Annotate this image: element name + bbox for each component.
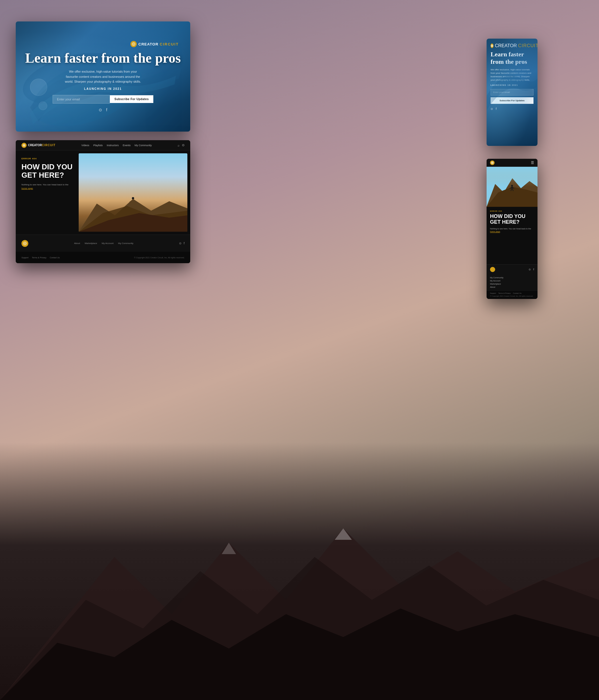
nav-logo-svg	[23, 144, 25, 147]
user-icon[interactable]: ⊙	[182, 143, 184, 147]
home-page-link[interactable]: home page	[22, 187, 33, 190]
nav-link-videos[interactable]: Videos	[81, 144, 89, 147]
mobile-copyright: © Copyright 2021 Creator Circuit, Inc. A…	[490, 295, 534, 297]
svg-line-29	[513, 188, 514, 189]
nav-link-playlists[interactable]: Playlists	[93, 144, 103, 147]
mobile-whale	[486, 39, 538, 146]
mobile-description-text: Nothing to see here. You can head back t…	[490, 228, 531, 230]
left-content-404: ERROR 404 HOW DID YOU GET HERE? Nothing …	[16, 150, 79, 234]
mobile-instagram-icon[interactable]: ⊙	[491, 107, 493, 110]
mobile-privacy-link[interactable]: Terms & Privacy	[498, 292, 510, 294]
footer-bottom: Support Terms & Privacy Contact Us © Cop…	[16, 252, 190, 263]
email-input[interactable]	[53, 95, 110, 104]
right-image-404	[79, 153, 188, 232]
svg-line-28	[510, 188, 511, 189]
mountain-svg	[0, 500, 599, 700]
mobile-description-404: Nothing to see here. You can head back t…	[490, 227, 534, 233]
footer-link-about[interactable]: About	[74, 242, 80, 245]
svg-line-31	[512, 189, 513, 191]
logo-circuit-text: CIRCUIT	[159, 42, 179, 46]
mobile-nav-logo-svg	[491, 161, 494, 164]
footer-instagram-icon[interactable]: ⊙	[179, 242, 181, 245]
svg-rect-27	[511, 186, 513, 189]
desktop-404-page: CREATOR CIRCUIT Videos Playlists Instruc…	[16, 140, 190, 263]
svg-point-26	[511, 185, 513, 186]
mobile-person-silhouette	[509, 184, 515, 193]
mobile-support-link[interactable]: Support	[490, 292, 496, 294]
mountain-scene	[79, 153, 188, 232]
instagram-icon[interactable]: ⊙	[99, 107, 102, 112]
mobile-contact-link[interactable]: Contact Us	[513, 292, 522, 294]
launching-text: LAUNCHING IN 2021	[16, 87, 190, 91]
subscribe-button[interactable]: Subscribe For Updates	[110, 95, 153, 103]
mobile-footer-link-about[interactable]: About	[490, 285, 534, 289]
social-icons: ⊙ f	[16, 107, 190, 112]
page-404-content: ERROR 404 HOW DID YOU GET HERE? Nothing …	[16, 150, 190, 234]
footer-link-community[interactable]: My Community	[118, 242, 133, 245]
footer-support-link[interactable]: Support	[22, 257, 29, 258]
footer-brand	[22, 240, 28, 247]
terrain-svg	[79, 185, 188, 232]
mobile-landing-page: CREATOR CIRCUIT Learn faster from the pr…	[486, 39, 538, 146]
nav-logo-circuit-text: CIRCUIT	[42, 144, 56, 147]
footer-social: ⊙ f	[179, 242, 184, 245]
hamburger-icon[interactable]: ☰	[531, 161, 534, 165]
desktop-landing-page: CREATOR CIRCUIT Learn faster from the pr…	[16, 22, 190, 132]
footer-main: About Marketplace My Account My Communit…	[16, 234, 190, 252]
mobile-footer-link-account[interactable]: My Account	[490, 279, 534, 282]
mobile-facebook-icon[interactable]: f	[496, 107, 497, 110]
mobile-404-image	[486, 167, 538, 207]
headline-404: HOW DID YOU GET HERE?	[22, 163, 73, 179]
brand-logo-desktop: CREATOR CIRCUIT	[16, 41, 190, 47]
logo-svg	[131, 42, 135, 46]
footer-logo-svg	[23, 242, 27, 246]
nav-icons: ⌕ ⊙	[178, 143, 184, 147]
nav-logo-icon	[22, 143, 27, 148]
landing-content: CREATOR CIRCUIT Learn faster from the pr…	[16, 41, 190, 112]
footer-link-account[interactable]: My Account	[102, 242, 114, 245]
nav-bar: CREATOR CIRCUIT Videos Playlists Instruc…	[16, 140, 190, 150]
footer-main-links: About Marketplace My Account My Communit…	[74, 242, 133, 245]
mobile-footer-facebook-icon[interactable]: f	[533, 268, 534, 271]
footer-link-marketplace[interactable]: Marketplace	[85, 242, 97, 245]
nav-link-events[interactable]: Events	[123, 144, 131, 147]
mobile-footer-link-community[interactable]: My Community	[490, 276, 534, 279]
mobile-footer-link-marketplace[interactable]: Marketplace	[490, 282, 534, 285]
copyright-text: © Copyright 2021 Creator Circuit, Inc. A…	[134, 257, 184, 258]
footer-privacy-link[interactable]: Terms & Privacy	[32, 257, 47, 258]
footer-bottom-links: Support Terms & Privacy Contact Us	[22, 257, 60, 258]
nav-links: Videos Playlists Instructors Events My C…	[81, 144, 152, 147]
mobile-404-page: ☰ ERROR 404 HOW	[486, 159, 538, 299]
mobile-landing-background: CREATOR CIRCUIT Learn faster from the pr…	[486, 39, 538, 146]
mobile-footer-bottom: Support Terms & Privacy Contact Us © Cop…	[486, 290, 538, 299]
nav-link-community[interactable]: My Community	[134, 144, 152, 147]
mobile-footer-instagram-icon[interactable]: ⊙	[529, 268, 531, 271]
mobile-footer-social: ⊙ f	[529, 268, 534, 271]
footer-logo-icon	[22, 240, 28, 247]
footer-facebook-icon[interactable]: f	[184, 242, 184, 245]
mobile-footer-bottom-links: Support Terms & Privacy Contact Us	[490, 292, 534, 294]
landing-background: CREATOR CIRCUIT Learn faster from the pr…	[16, 22, 190, 132]
mobile-404-text: ERROR 404 HOW DID YOU GET HERE? Nothing …	[486, 207, 538, 264]
logo-icon	[130, 41, 137, 47]
landing-subtext: We offer exclusive, high-value tutorials…	[63, 69, 143, 84]
mobile-footer-links: My Community My Account Marketplace Abou…	[486, 274, 538, 290]
description-text: Nothing to see here. You can head back t…	[22, 183, 68, 186]
nav-logo-creator-text: CREATOR	[28, 144, 42, 147]
svg-line-30	[511, 189, 512, 191]
mobile-footer-brand: ⊙ f	[486, 264, 538, 274]
nav-brand: CREATOR CIRCUIT	[22, 143, 55, 148]
svg-marker-3	[335, 528, 352, 540]
mobile-headline-404: HOW DID YOU GET HERE?	[490, 214, 534, 225]
mobile-home-link[interactable]: home page	[490, 230, 500, 232]
facebook-icon[interactable]: f	[106, 107, 107, 112]
mobile-nav-404: ☰	[486, 159, 538, 167]
landing-headline: Learn faster from the pros	[16, 50, 190, 66]
search-icon[interactable]: ⌕	[178, 144, 180, 147]
mobile-nav-logo	[490, 160, 495, 165]
footer-contact-link[interactable]: Contact Us	[50, 257, 60, 258]
mobile-footer-logo	[490, 267, 495, 272]
nav-link-instructors[interactable]: Instructors	[107, 144, 119, 147]
email-form: Subscribe For Updates	[16, 95, 190, 104]
error-label: ERROR 404	[22, 157, 73, 160]
